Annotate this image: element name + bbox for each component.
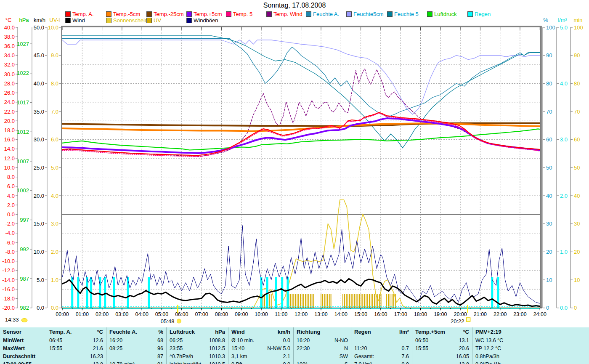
svg-text:3.0: 3.0 <box>560 136 568 143</box>
svg-text:100: 100 <box>546 24 555 31</box>
svg-text:24:00: 24:00 <box>533 311 547 317</box>
table-cell: TP 12.2 °C <box>475 345 586 353</box>
svg-text:70: 70 <box>546 109 552 115</box>
svg-text:0: 0 <box>574 305 577 311</box>
y-axis-temp: 40.038.036.034.032.030.028.026.024.022.0… <box>2 24 18 311</box>
sun-duration-icon <box>21 319 27 322</box>
table-col-luftdruck: LuftdruckhPa06:251008.823:551012.5^0.7hP… <box>166 327 228 364</box>
table-cell: 3,1 km2.1 <box>231 353 290 361</box>
svg-text:30: 30 <box>546 221 552 227</box>
table-cell: WC 13.6 °C <box>475 337 586 345</box>
svg-text:7.0: 7.0 <box>51 109 58 115</box>
svg-text:0.0: 0.0 <box>51 305 58 311</box>
svg-text:0.0: 0.0 <box>7 211 15 218</box>
table-cell: 22:30N <box>297 345 348 353</box>
table-cell: 100°S <box>297 361 348 364</box>
svg-text:19:00: 19:00 <box>434 311 447 317</box>
table-cell: 15:5520.6 <box>415 345 469 353</box>
chart-svg: 00:0001:0002:0003:0004:0005:0006:0007:00… <box>0 0 589 327</box>
svg-text:10: 10 <box>546 277 552 283</box>
table-cell: 0.0l/Re./1h <box>475 361 586 364</box>
svg-text:6.0: 6.0 <box>51 136 58 143</box>
svg-text:05:00: 05:00 <box>155 311 168 317</box>
svg-text:15:00: 15:00 <box>354 311 367 317</box>
svg-text:00:00: 00:00 <box>56 311 69 317</box>
svg-text:-2.0: -2.0 <box>5 221 15 227</box>
table-header: Feuchte A.% <box>109 327 163 337</box>
table-cell: 06:251008.8 <box>170 337 225 345</box>
table-col-pmv-2-19: PMV+2:19WC 13.6 °CTP 12.2 °C0.8hPa/3h0.0… <box>472 327 589 364</box>
table-cell: Ø 10 min.0.0 <box>231 337 290 345</box>
svg-text:5.0: 5.0 <box>51 165 58 171</box>
table-header: Temp.+5cm°C <box>415 327 469 337</box>
table-cell: ^0.7hPa/h1010.3 <box>170 353 225 361</box>
svg-text:05:48: 05:48 <box>161 318 175 324</box>
svg-text:14:00: 14:00 <box>334 311 348 317</box>
sunrise-sun-icon <box>177 319 181 323</box>
svg-text:°C: °C <box>5 17 12 23</box>
table-header-sensor: Sensor <box>3 327 43 337</box>
svg-text:-8.0: -8.0 <box>5 249 15 255</box>
svg-text:35.0: 35.0 <box>34 109 44 115</box>
svg-text:20.0: 20.0 <box>4 118 15 124</box>
svg-text:1012: 1012 <box>17 129 29 135</box>
svg-text:%: % <box>543 17 548 23</box>
svg-text:17:00: 17:00 <box>394 311 407 317</box>
svg-text:1.0: 1.0 <box>51 277 58 283</box>
table-header: Richtung <box>297 327 348 337</box>
svg-text:l/m²: l/m² <box>558 17 567 23</box>
svg-text:16.0: 16.0 <box>4 136 15 143</box>
axis-unit-labels: °ChPakm/hUV-I%l/m²min <box>5 17 583 23</box>
table-col-richtung: Richtung16:20N-NO22:30NSW100°S <box>293 327 351 364</box>
svg-text:6.0: 6.0 <box>7 183 15 189</box>
svg-text:22.0: 22.0 <box>4 109 15 115</box>
svg-text:8.0: 8.0 <box>7 174 15 180</box>
svg-text:12.0: 12.0 <box>4 155 15 162</box>
svg-text:km/h: km/h <box>34 17 45 23</box>
svg-text:-6.0: -6.0 <box>5 239 15 246</box>
svg-text:40.0: 40.0 <box>4 24 15 31</box>
svg-text:UV-I: UV-I <box>49 17 60 23</box>
table-cell: 7.0 l/m²0.0 <box>354 361 409 364</box>
svg-text:15.0: 15.0 <box>34 221 44 227</box>
svg-text:07:00: 07:00 <box>195 311 208 317</box>
table-cell: 0 Bft0.0 <box>231 361 290 364</box>
table-cell: leicht bewölkt1010.5 <box>170 361 225 364</box>
svg-text:09:00: 09:00 <box>235 311 248 317</box>
table-col-temp-a-: Temp. A.°C06:4512.615:5521.616.2313.8 <box>46 327 106 364</box>
svg-text:01:00: 01:00 <box>76 311 89 317</box>
svg-text:1002: 1002 <box>17 187 29 194</box>
svg-text:26.0: 26.0 <box>4 90 15 96</box>
svg-text:70: 70 <box>574 109 580 115</box>
table-header: Temp. A.°C <box>49 327 103 337</box>
table-cell: 16:2068 <box>109 337 163 345</box>
svg-text:10: 10 <box>574 277 580 283</box>
svg-text:11:00: 11:00 <box>275 311 287 317</box>
svg-text:03:00: 03:00 <box>115 311 128 317</box>
series-sonnenschein <box>62 200 540 308</box>
svg-text:02:00: 02:00 <box>96 311 109 317</box>
svg-text:22:00: 22:00 <box>493 311 507 317</box>
y-axis-pct: 1009080706050403020100 <box>543 24 555 311</box>
svg-text:90: 90 <box>546 52 552 58</box>
table-col-temp-5cm: Temp.+5cm°C06:5013.115:5520.616.0513.8 <box>412 327 472 364</box>
svg-text:45.0: 45.0 <box>34 52 44 58</box>
y-axis-min: 1009080706050403020100 <box>570 24 583 311</box>
y-axis-lm2: 5.04.03.02.01.00.0 <box>557 24 568 311</box>
svg-text:-4.0: -4.0 <box>5 230 15 236</box>
table-cell: 11:200.7 <box>354 345 409 353</box>
table-row-label: Durchschnitt <box>3 353 43 361</box>
table-cell: 16.05 <box>415 353 469 361</box>
svg-text:2.0: 2.0 <box>7 202 15 208</box>
svg-text:60: 60 <box>574 136 580 143</box>
svg-text:90: 90 <box>574 52 580 58</box>
table-header: LuftdruckhPa <box>170 327 225 337</box>
svg-text:20: 20 <box>574 249 580 255</box>
svg-text:hPa: hPa <box>19 17 29 23</box>
svg-text:80: 80 <box>546 80 552 87</box>
svg-text:30: 30 <box>574 221 580 227</box>
svg-text:-10.0: -10.0 <box>2 258 15 264</box>
svg-text:36.0: 36.0 <box>4 43 15 49</box>
svg-text:-20.0: -20.0 <box>2 305 15 311</box>
svg-text:80: 80 <box>574 80 580 87</box>
